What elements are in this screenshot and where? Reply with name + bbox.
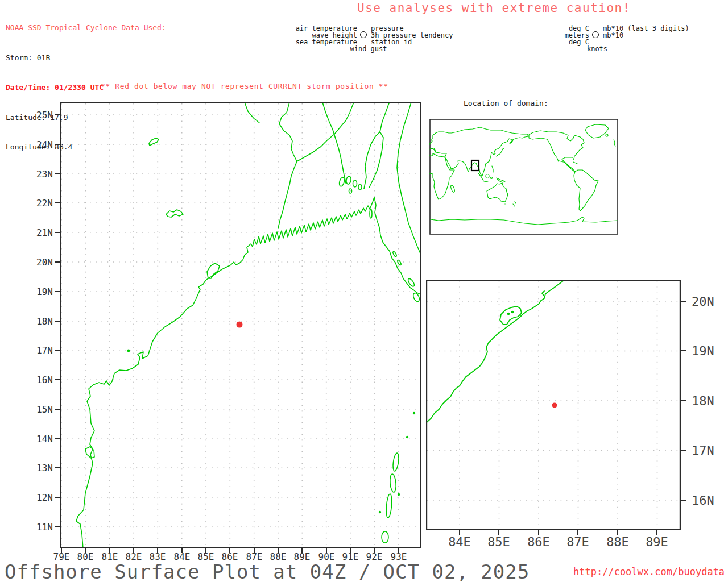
main-map-coastlines — [76, 102, 421, 548]
caution-headline: Use analyses with extreme caution! — [357, 1, 631, 15]
inset-map-title: Location of domain: — [464, 99, 548, 107]
tick — [656, 530, 657, 535]
station-circle-icon — [360, 31, 367, 38]
lat-tick-label: 15N — [26, 404, 53, 415]
coast-japan — [497, 148, 504, 156]
zoom-map-canvas — [426, 280, 681, 530]
zoom-map — [426, 280, 681, 530]
lon-tick-label: 87E — [558, 535, 598, 549]
delta-island — [353, 180, 357, 187]
lat-tick-label: 16N — [26, 375, 53, 385]
andaman-islet — [382, 531, 388, 543]
tick — [681, 301, 686, 302]
tick — [55, 321, 60, 322]
tick — [681, 500, 686, 501]
tick — [538, 530, 539, 535]
islet-dot — [398, 494, 400, 496]
lon-tick-label: 88E — [598, 535, 638, 549]
coast-new-guinea — [497, 178, 505, 182]
river-hooghly — [278, 102, 297, 228]
world-map-canvas — [429, 119, 618, 235]
legend-wind-gust: wind gust — [337, 45, 400, 52]
tick — [55, 202, 60, 203]
storm-id-line: Storm: 01B — [6, 53, 166, 63]
tick — [55, 261, 60, 263]
tick — [55, 409, 60, 410]
lon-tick-label: 89E — [637, 535, 677, 549]
lat-tick-label: 11N — [26, 522, 53, 533]
tick — [681, 400, 686, 401]
chilika-lake — [500, 306, 522, 325]
unit-mb10: mb*10 — [603, 32, 623, 39]
buoy-plot-page: { "header": { "source_line": "NOAA SSD T… — [0, 0, 728, 582]
storm-position-dot — [237, 322, 243, 328]
coast-africa — [429, 153, 454, 199]
islet-dot — [127, 350, 129, 351]
delta-island — [358, 184, 362, 190]
world-coastlines — [429, 124, 617, 225]
coast-antarctica — [431, 217, 617, 225]
storm-position-dot — [552, 403, 557, 408]
lat-tick-label: 18N — [26, 316, 53, 327]
lat-tick-label: 23N — [26, 169, 53, 180]
lon-tick-label: 84E — [440, 535, 479, 549]
unit-knots: knots — [569, 45, 626, 52]
lat-tick-label: 22N — [26, 198, 53, 209]
tick — [55, 291, 60, 292]
lat-tick-label: 18N — [692, 394, 728, 408]
source-url-link[interactable]: http://coolwx.com/buoydata — [573, 566, 725, 577]
coast-north-america — [529, 131, 584, 172]
lon-tick-label: 86E — [519, 535, 559, 549]
islet-dot — [413, 413, 415, 414]
chilika-lake — [207, 263, 220, 278]
river-kaladan — [397, 102, 421, 255]
tick — [55, 379, 60, 380]
coast-greenland — [585, 124, 609, 138]
tick — [498, 530, 499, 535]
tick — [55, 526, 60, 527]
domain-location-box — [471, 160, 479, 171]
coastal-island — [397, 260, 402, 266]
lat-tick-label: 13N — [26, 463, 53, 473]
lat-tick-label: 19N — [26, 286, 53, 297]
tick — [459, 530, 460, 535]
sylhet-basin — [364, 132, 383, 189]
lat-tick-label: 14N — [26, 434, 53, 444]
lon-tick-label: 85E — [479, 535, 519, 549]
andaman-island-north — [392, 453, 399, 472]
lat-tick-label: 20N — [692, 294, 728, 309]
pulicat-lake — [85, 447, 94, 458]
andaman-island-middle — [390, 474, 397, 493]
tick — [55, 144, 60, 145]
tick — [55, 438, 60, 439]
lat-tick-label: 21N — [26, 227, 53, 238]
lat-tick-label: 17N — [692, 443, 728, 458]
coast-bay-of-bengal — [76, 197, 421, 548]
page-title: Offshore Surface Plot at 04Z / OCT 02, 2… — [5, 560, 530, 582]
legend-sea-temperature: sea temperature — [284, 39, 357, 45]
lat-tick-label: 16N — [692, 493, 728, 508]
tick — [55, 173, 60, 174]
coastal-island — [370, 209, 372, 218]
lat-tick-label: 19N — [692, 344, 728, 358]
coast-iceland — [606, 134, 608, 136]
unit-deg-c-2: deg C — [540, 39, 589, 45]
river-1 — [245, 102, 259, 123]
coast-sulawesi — [491, 177, 493, 179]
inset-world-map — [429, 119, 618, 235]
coast-south-america — [574, 170, 598, 211]
coast-uk-cuba — [573, 140, 615, 164]
main-map-canvas — [60, 102, 421, 548]
lat-tick-label: 25N — [26, 110, 53, 120]
tick — [577, 530, 578, 535]
islet-dot — [379, 512, 381, 513]
world-map-frame — [430, 119, 618, 234]
tick — [55, 232, 60, 233]
tick — [681, 350, 686, 351]
coast-borneo — [486, 174, 489, 178]
tick — [55, 497, 60, 498]
delta-island — [346, 176, 351, 184]
tick — [55, 350, 60, 351]
delta-island — [338, 177, 345, 187]
river-brahmaputra — [380, 102, 390, 132]
